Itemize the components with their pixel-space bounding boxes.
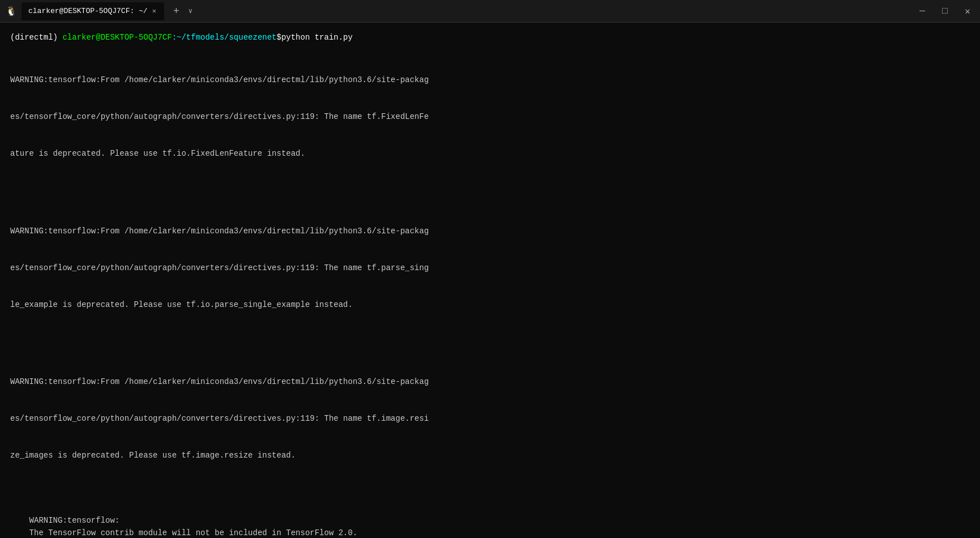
minimize-button[interactable]: ─ (915, 5, 929, 18)
titlebar-left: 🐧 clarker@DESKTOP-5OQJ7CF: ~/ ✕ + ∨ (6, 2, 911, 20)
prompt-line: (directml) clarker@DESKTOP-5OQJ7CF :~/tf… (10, 32, 970, 44)
terminal-body[interactable]: (directml) clarker@DESKTOP-5OQJ7CF :~/tf… (0, 23, 980, 538)
user-host: clarker@DESKTOP-5OQJ7CF (62, 32, 172, 44)
warning-block-2: WARNING:tensorflow:From /home/clarker/mi… (10, 200, 970, 336)
spacer-3 (10, 486, 970, 497)
spacer-1 (10, 185, 970, 195)
warning2-line2: es/tensorflow_core/python/autograph/conv… (10, 262, 970, 275)
warning-block-3: WARNING:tensorflow:From /home/clarker/mi… (10, 352, 970, 487)
maximize-button[interactable]: □ (938, 5, 952, 18)
terminal-path: :~/tfmodels/squeezenet (172, 32, 277, 44)
spacer-2 (10, 336, 970, 346)
warning1-line2: es/tensorflow_core/python/autograph/conv… (10, 111, 970, 123)
terminal-tab[interactable]: clarker@DESKTOP-5OQJ7CF: ~/ ✕ (22, 2, 164, 20)
titlebar-right: ─ □ ✕ (915, 5, 974, 18)
warning3-line1: WARNING:tensorflow:From /home/clarker/mi… (10, 376, 970, 388)
env-name: (directml) (10, 32, 58, 44)
tab-dropdown-button[interactable]: ∨ (189, 7, 192, 15)
warning2-line3: le_example is deprecated. Please use tf.… (10, 299, 970, 311)
contrib-block: WARNING:tensorflow: The TensorFlow contr… (10, 502, 970, 538)
new-tab-button[interactable]: + (169, 6, 184, 17)
warning1-line1: WARNING:tensorflow:From /home/clarker/mi… (10, 74, 970, 87)
warning3-line3: ze_images is deprecated. Please use tf.i… (10, 450, 970, 462)
warning2-line1: WARNING:tensorflow:From /home/clarker/mi… (10, 225, 970, 238)
linux-icon: 🐧 (6, 6, 17, 17)
warning4-line2: The TensorFlow contrib module will not b… (29, 528, 358, 537)
warning-block-1: WARNING:tensorflow:From /home/clarker/mi… (10, 50, 970, 185)
dollar-sign: $ (277, 32, 281, 44)
warning4-line1: WARNING:tensorflow: (29, 516, 120, 525)
warning1-line3: ature is deprecated. Please use tf.io.Fi… (10, 148, 970, 160)
command-text: python train.py (281, 32, 353, 44)
tab-close-button[interactable]: ✕ (151, 7, 157, 15)
titlebar: 🐧 clarker@DESKTOP-5OQJ7CF: ~/ ✕ + ∨ ─ □ … (0, 0, 980, 23)
close-window-button[interactable]: ✕ (961, 5, 974, 18)
warning3-line2: es/tensorflow_core/python/autograph/conv… (10, 413, 970, 425)
tab-label: clarker@DESKTOP-5OQJ7CF: ~/ (28, 7, 148, 15)
